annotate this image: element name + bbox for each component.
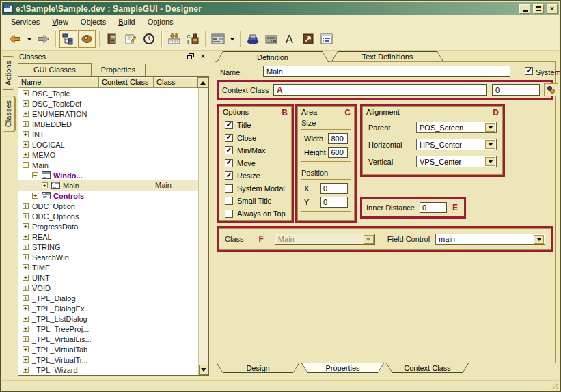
tree-row[interactable]: +_TPL_VirtualTr... xyxy=(18,354,198,365)
tree-row[interactable]: +UINT xyxy=(18,272,198,283)
tab-gui-classes[interactable]: GUI Classes xyxy=(18,63,92,76)
expand-icon[interactable]: + xyxy=(23,285,29,291)
context-class-count-input[interactable]: 0 xyxy=(492,84,540,96)
checkbox[interactable] xyxy=(225,159,233,167)
expand-icon[interactable]: + xyxy=(23,131,29,137)
class-builder-button[interactable]: CI xyxy=(184,30,202,48)
tree-row[interactable]: +_TPL_ListDialog xyxy=(18,313,198,324)
expand-icon[interactable]: + xyxy=(23,213,29,219)
menu-view[interactable]: View xyxy=(46,16,74,27)
expand-icon[interactable]: + xyxy=(23,336,29,342)
tree-row[interactable]: +VOID xyxy=(18,283,198,293)
tree-row[interactable]: +INT xyxy=(18,129,198,139)
checkbox[interactable] xyxy=(225,121,233,129)
checkbox[interactable] xyxy=(225,184,233,193)
float-panel-button[interactable] xyxy=(186,52,195,61)
back-dropdown-button[interactable] xyxy=(25,30,33,48)
collapse-icon[interactable]: − xyxy=(32,172,38,178)
parent-combobox[interactable]: POS_Screen xyxy=(416,122,497,133)
expand-icon[interactable]: + xyxy=(23,316,29,322)
expand-icon[interactable]: + xyxy=(23,367,29,373)
height-input[interactable]: 600 xyxy=(328,147,348,158)
expand-icon[interactable]: + xyxy=(23,223,29,229)
edit-button[interactable] xyxy=(122,30,139,48)
scroll-up-button[interactable] xyxy=(197,77,208,88)
tree-row[interactable]: +DSC_TopicDef xyxy=(18,98,198,109)
collapse-icon[interactable]: − xyxy=(23,162,29,168)
expand-icon[interactable]: + xyxy=(42,182,48,188)
width-input[interactable]: 800 xyxy=(328,133,348,144)
expand-icon[interactable]: + xyxy=(23,141,29,148)
vertical-scrollbar[interactable] xyxy=(198,88,208,375)
scroll-down-button[interactable] xyxy=(199,365,208,375)
clock-button[interactable] xyxy=(140,30,158,48)
import-button[interactable] xyxy=(165,30,183,48)
form-picker-dropdown-button[interactable] xyxy=(228,30,236,48)
tree-row[interactable]: −Main xyxy=(18,160,198,170)
tree-row[interactable]: +TIME xyxy=(18,262,198,272)
device-button[interactable] xyxy=(262,30,280,48)
expand-icon[interactable]: + xyxy=(23,203,29,209)
class-browser-button[interactable] xyxy=(78,30,96,48)
expand-icon[interactable]: + xyxy=(23,264,29,270)
tree-row[interactable]: +MainMain xyxy=(18,180,198,191)
tree-row[interactable]: +ProgressData xyxy=(18,221,198,232)
tab-design[interactable]: Design xyxy=(217,363,299,373)
tree-row[interactable]: +_TPL_VirtualLis... xyxy=(18,334,198,344)
tab-properties[interactable]: Properties xyxy=(92,64,146,76)
tree-row[interactable]: +ODC_Option xyxy=(18,201,198,211)
chevron-down-icon[interactable] xyxy=(485,140,495,149)
expand-icon[interactable]: + xyxy=(23,356,29,363)
expand-icon[interactable]: + xyxy=(23,100,29,107)
tab-properties-page[interactable]: Properties xyxy=(301,363,384,373)
column-header-context-class[interactable]: Context Class xyxy=(99,77,154,88)
class-tree-button[interactable] xyxy=(59,30,77,48)
expand-icon[interactable]: + xyxy=(23,152,29,158)
chevron-down-icon[interactable] xyxy=(485,157,495,166)
sidebar-tab-actions[interactable]: Actions xyxy=(3,56,14,90)
option-row[interactable]: Always on Top xyxy=(219,208,291,221)
tree-row[interactable]: +DSC_Topic xyxy=(18,88,198,98)
expand-icon[interactable]: + xyxy=(23,90,29,96)
checkbox[interactable] xyxy=(225,171,233,180)
tree-row[interactable]: +_TPL_TreeProj... xyxy=(18,324,198,334)
system-checkbox[interactable] xyxy=(525,67,533,75)
option-row[interactable]: Resize xyxy=(219,169,291,182)
font-button[interactable]: A xyxy=(281,30,299,48)
horizontal-combobox[interactable]: HPS_Center xyxy=(416,139,497,150)
chevron-down-icon[interactable] xyxy=(485,123,495,132)
expand-icon[interactable]: + xyxy=(23,234,29,240)
tree-row[interactable]: +Controls xyxy=(18,191,198,201)
tree-row[interactable]: +_TPL_Dialog xyxy=(18,293,198,303)
y-input[interactable]: 0 xyxy=(320,197,348,208)
option-row[interactable]: Title xyxy=(219,119,291,132)
expand-icon[interactable]: + xyxy=(23,346,29,352)
checkbox[interactable] xyxy=(225,146,233,154)
tree-row[interactable]: +STRING xyxy=(18,242,198,252)
close-panel-button[interactable]: × xyxy=(198,52,208,61)
context-class-picker-button[interactable] xyxy=(544,83,558,96)
close-button[interactable]: × xyxy=(547,4,558,14)
tree-row[interactable]: +IMBEDDED xyxy=(18,119,198,129)
option-row[interactable]: Close xyxy=(219,132,291,145)
expand-icon[interactable]: + xyxy=(23,121,29,127)
tree-row[interactable]: +REAL xyxy=(18,232,198,242)
expand-icon[interactable]: + xyxy=(23,244,29,250)
tree-row[interactable]: +ODC_Options xyxy=(18,211,198,221)
expand-icon[interactable]: + xyxy=(23,295,29,301)
tab-definition[interactable]: Definition xyxy=(217,51,329,62)
chevron-down-icon[interactable] xyxy=(534,235,544,244)
book-button[interactable] xyxy=(103,30,121,48)
option-row[interactable]: Min/Max xyxy=(219,144,291,157)
resize-grip[interactable] xyxy=(549,380,558,389)
inner-distance-input[interactable]: 0 xyxy=(420,202,447,213)
tree-row[interactable]: +_TPL_DialogEx... xyxy=(18,303,198,313)
form-list-button[interactable] xyxy=(318,30,336,48)
name-input[interactable]: Main xyxy=(263,66,510,77)
minimize-button[interactable] xyxy=(519,4,530,14)
checkbox[interactable] xyxy=(225,134,233,142)
menu-objects[interactable]: Objects xyxy=(74,16,112,27)
tree-row[interactable]: +ENUMERATION xyxy=(18,109,198,119)
option-row[interactable]: System Modal xyxy=(219,182,291,195)
tree-row[interactable]: +MEMO xyxy=(18,150,198,160)
